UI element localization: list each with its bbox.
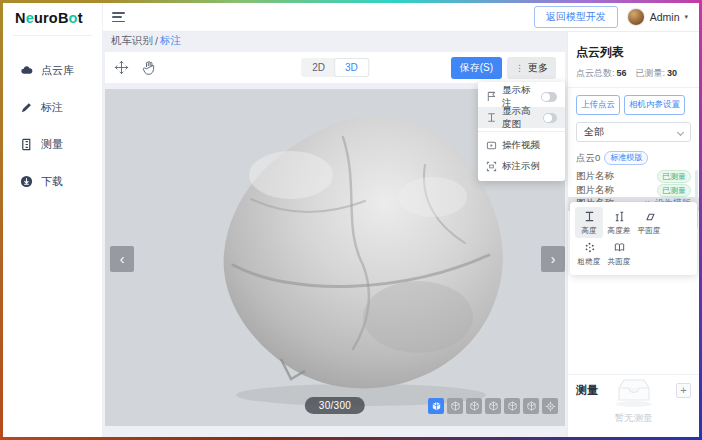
breadcrumb-current: 标注 bbox=[160, 34, 181, 48]
collapse-menu-icon[interactable] bbox=[112, 12, 125, 22]
more-button[interactable]: ⋮更多 bbox=[507, 57, 556, 79]
crosshair-icon bbox=[545, 401, 556, 412]
mode-2d-button[interactable]: 2D bbox=[302, 59, 335, 76]
view-orientation-buttons bbox=[428, 398, 558, 414]
menu-item-tutorial-video[interactable]: 操作视频 bbox=[478, 135, 565, 156]
stat-total: 点云总数:56 bbox=[576, 67, 627, 80]
logo-text: N bbox=[15, 10, 26, 26]
frame-border-top bbox=[0, 0, 702, 3]
avatar bbox=[627, 8, 645, 26]
image-name: 图片名称 bbox=[576, 170, 614, 183]
app-window: NeuroBot 点云库 标注 测量 下载 bbox=[0, 0, 702, 440]
sidebar-item-label: 点云库 bbox=[41, 63, 74, 78]
sidebar-item-measure[interactable]: 测量 bbox=[3, 126, 102, 163]
view-cube-back-button[interactable] bbox=[466, 398, 482, 414]
sidebar-item-annotate[interactable]: 标注 bbox=[3, 89, 102, 126]
sidebar-nav: 点云库 标注 测量 下载 bbox=[3, 52, 102, 200]
view-cube-top-button[interactable] bbox=[523, 398, 539, 414]
empty-state: 暂无测量 bbox=[568, 374, 699, 425]
toolbar-left-icons bbox=[114, 60, 156, 75]
tool-roughness[interactable]: 粗糙度 bbox=[575, 238, 603, 269]
view-cube-right-button[interactable] bbox=[504, 398, 520, 414]
height-diff-tool-icon bbox=[613, 210, 626, 223]
view-cube-default-button[interactable] bbox=[428, 398, 444, 414]
prev-image-button[interactable]: ‹ bbox=[110, 246, 134, 272]
template-badge: 标准模版 bbox=[604, 151, 648, 165]
cube-icon bbox=[431, 401, 442, 412]
camera-intrinsics-button[interactable]: 相机内参设置 bbox=[624, 95, 685, 115]
user-menu[interactable]: Admin ▾ bbox=[627, 8, 688, 26]
height-tool-icon bbox=[583, 210, 596, 223]
app-root: NeuroBot 点云库 标注 测量 下载 bbox=[3, 3, 699, 437]
height-ibeam-icon bbox=[486, 112, 497, 123]
gear-glyph: o bbox=[69, 10, 78, 26]
save-button[interactable]: 保存(S) bbox=[451, 57, 502, 79]
hand-pan-icon[interactable] bbox=[142, 60, 156, 75]
divider bbox=[13, 35, 92, 36]
menu-item-show-heightmap[interactable]: 显示高度图 bbox=[478, 107, 565, 128]
pointcloud-panel: 点云列表 点云总数:56 已测量:30 上传点云 相机内参设置 全部 点云0 标… bbox=[567, 32, 699, 437]
sidebar-item-pointcloud-library[interactable]: 点云库 bbox=[3, 52, 102, 89]
gear-glyph: e bbox=[26, 10, 34, 26]
canvas-toolbar: 2D 3D 保存(S) ⋮更多 bbox=[105, 52, 565, 83]
roughness-tool-icon bbox=[583, 241, 596, 254]
frame-border-left bbox=[0, 0, 3, 440]
back-to-model-dev-button[interactable]: 返回模型开发 bbox=[534, 6, 618, 28]
flatness-tool-icon bbox=[643, 210, 656, 223]
panel-title: 点云列表 bbox=[576, 44, 691, 61]
empty-state-text: 暂无测量 bbox=[615, 412, 653, 425]
menu-item-label: 操作视频 bbox=[502, 139, 540, 152]
tool-label: 共面度 bbox=[608, 256, 631, 266]
tool-coplanarity[interactable]: 共面度 bbox=[605, 238, 633, 269]
image-row[interactable]: 图片名称 已测量 bbox=[568, 170, 699, 184]
stat-measured-label: 已测量: bbox=[636, 68, 666, 78]
divider bbox=[568, 87, 699, 88]
cube-icon bbox=[507, 401, 518, 412]
image-name: 图片名称 bbox=[576, 184, 614, 197]
mode-3d-button[interactable]: 3D bbox=[335, 59, 368, 76]
image-row[interactable]: 图片名称 已测量 bbox=[568, 184, 699, 198]
sidebar-item-download[interactable]: 下载 bbox=[3, 163, 102, 200]
measure-tool-palette: 高度 高度差 平面度 粗糙度 共面度 bbox=[570, 202, 697, 275]
caret-down-icon: ▾ bbox=[684, 13, 688, 21]
toolbar-right: 保存(S) ⋮更多 bbox=[451, 57, 556, 79]
measured-badge: 已测量 bbox=[657, 184, 691, 197]
logo-text: t bbox=[78, 10, 83, 26]
example-frame-icon bbox=[486, 161, 497, 172]
upload-pointcloud-button[interactable]: 上传点云 bbox=[576, 95, 620, 115]
stat-measured-value: 30 bbox=[667, 68, 677, 78]
measured-badge: 已测量 bbox=[657, 170, 691, 183]
breadcrumb-section[interactable]: 机车识别 bbox=[111, 34, 153, 48]
cloud-icon bbox=[20, 64, 33, 77]
pointcloud-group-row[interactable]: 点云0 标准模版 bbox=[576, 151, 691, 165]
more-label: 更多 bbox=[528, 61, 548, 75]
tool-label: 高度 bbox=[581, 225, 596, 235]
filter-select[interactable]: 全部 bbox=[576, 122, 691, 142]
recenter-view-button[interactable] bbox=[542, 398, 558, 414]
stat-measured: 已测量:30 bbox=[636, 67, 678, 80]
menu-item-label: 显示高度图 bbox=[502, 105, 538, 131]
move-icon[interactable] bbox=[114, 60, 129, 75]
video-icon bbox=[486, 140, 497, 151]
chevron-left-icon: ‹ bbox=[120, 251, 125, 267]
more-dots-icon: ⋮ bbox=[515, 63, 524, 73]
tool-height-difference[interactable]: 高度差 bbox=[605, 207, 633, 238]
tool-label: 平面度 bbox=[638, 225, 661, 235]
menu-divider bbox=[478, 131, 565, 132]
logo-text: uroB bbox=[34, 10, 69, 26]
tool-flatness[interactable]: 平面度 bbox=[635, 207, 663, 238]
menu-item-annotation-example[interactable]: 标注示例 bbox=[478, 156, 565, 177]
top-header: 返回模型开发 Admin ▾ bbox=[103, 3, 699, 32]
view-cube-left-button[interactable] bbox=[485, 398, 501, 414]
image-counter-badge: 30/300 bbox=[305, 397, 365, 414]
coplanarity-tool-icon bbox=[613, 241, 626, 254]
chevron-down-icon bbox=[677, 129, 684, 136]
show-heightmap-toggle[interactable] bbox=[543, 113, 557, 123]
view-cube-front-button[interactable] bbox=[447, 398, 463, 414]
ruler-icon bbox=[20, 138, 33, 151]
flag-icon bbox=[486, 91, 497, 102]
tool-height[interactable]: 高度 bbox=[575, 207, 603, 238]
next-image-button[interactable]: › bbox=[541, 246, 565, 272]
cube-icon bbox=[488, 401, 499, 412]
show-annotations-toggle[interactable] bbox=[541, 92, 557, 102]
